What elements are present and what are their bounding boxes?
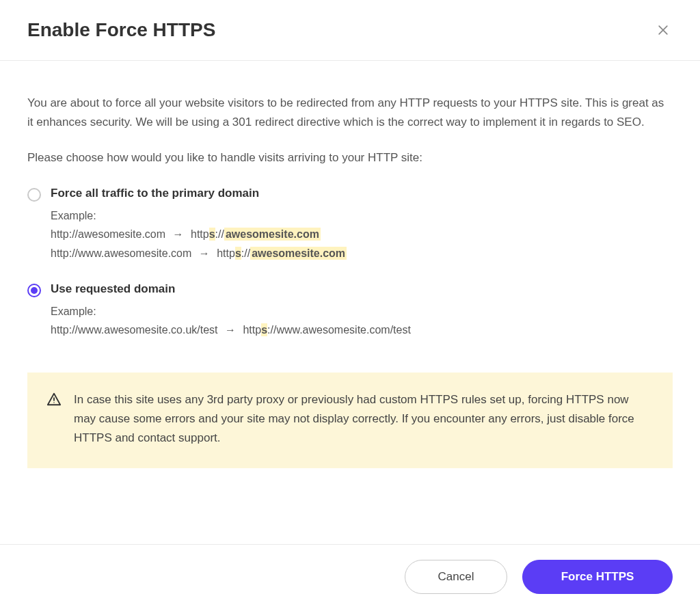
option-force-primary-label[interactable]: Force all traffic to the primary domain bbox=[51, 187, 673, 200]
example-from: http://www.awesomesite.co.uk/test bbox=[51, 324, 218, 336]
option-use-requested: Use requested domain Example: http://www… bbox=[27, 282, 673, 340]
example-heading: Example: bbox=[51, 306, 673, 318]
warning-icon bbox=[46, 390, 62, 409]
example-line-2: http://www.awesomesite.com → https://awe… bbox=[51, 244, 673, 263]
force-https-button[interactable]: Force HTTPS bbox=[522, 560, 673, 594]
example-from: http://www.awesomesite.com bbox=[51, 247, 191, 259]
highlight-s: s bbox=[209, 228, 215, 241]
radio-force-primary[interactable] bbox=[27, 188, 41, 202]
modal-body: You are about to force all your website … bbox=[0, 61, 700, 544]
close-icon bbox=[656, 23, 670, 37]
arrow-icon: → bbox=[169, 225, 188, 244]
option-force-primary-body: Force all traffic to the primary domain … bbox=[51, 187, 673, 263]
example-to-sep: :// bbox=[241, 247, 250, 259]
options-group: Force all traffic to the primary domain … bbox=[27, 187, 673, 340]
example-to-sep: :// bbox=[215, 228, 224, 240]
example-to-prefix: http bbox=[191, 228, 209, 240]
example-line-1: http://www.awesomesite.co.uk/test → http… bbox=[51, 321, 673, 340]
modal-footer: Cancel Force HTTPS bbox=[0, 544, 700, 609]
arrow-icon: → bbox=[221, 321, 240, 340]
intro-text: You are about to force all your website … bbox=[27, 94, 673, 132]
radio-use-requested[interactable] bbox=[27, 284, 41, 297]
highlight-s: s bbox=[261, 323, 267, 336]
force-https-modal: Enable Force HTTPS You are about to forc… bbox=[0, 0, 700, 609]
svg-point-3 bbox=[53, 402, 54, 403]
warning-box: In case this site uses any 3rd party pro… bbox=[27, 373, 673, 468]
highlight-domain: awesomesite.com bbox=[250, 247, 347, 260]
option-force-primary: Force all traffic to the primary domain … bbox=[27, 187, 673, 263]
highlight-s: s bbox=[235, 247, 241, 260]
prompt-text: Please choose how would you like to hand… bbox=[27, 148, 673, 167]
arrow-icon: → bbox=[195, 244, 214, 263]
example-from: http://awesomesite.com bbox=[51, 228, 165, 240]
example-to-prefix: http bbox=[243, 324, 261, 336]
cancel-button[interactable]: Cancel bbox=[405, 560, 507, 594]
option-use-requested-label[interactable]: Use requested domain bbox=[51, 282, 673, 296]
modal-header: Enable Force HTTPS bbox=[0, 0, 700, 61]
modal-title: Enable Force HTTPS bbox=[27, 19, 215, 41]
example-heading: Example: bbox=[51, 210, 673, 222]
example-line-1: http://awesomesite.com → https://awesome… bbox=[51, 225, 673, 244]
warning-text: In case this site uses any 3rd party pro… bbox=[74, 390, 654, 448]
close-button[interactable] bbox=[654, 21, 673, 40]
option-use-requested-body: Use requested domain Example: http://www… bbox=[51, 282, 673, 340]
example-to-prefix: http bbox=[217, 247, 235, 259]
example-to-rest: ://www.awesomesite.com/test bbox=[267, 324, 411, 336]
highlight-domain: awesomesite.com bbox=[224, 228, 321, 241]
